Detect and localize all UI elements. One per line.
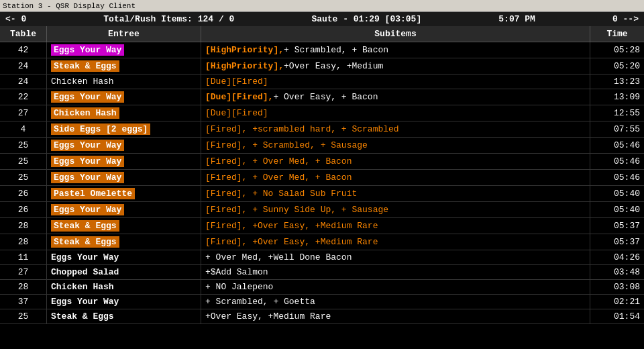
table-row[interactable]: 28Steak & Eggs[Fired], +Over Easy, +Medi… (0, 218, 644, 234)
subitems-text: + Scrambled, + Bacon (284, 45, 388, 55)
priority-bracket: [HighPriority], (205, 45, 284, 55)
due-fired-bracket: [Due][Fired], (205, 92, 273, 102)
table-row[interactable]: 27Chicken Hash[Due][Fired]12:55 (0, 105, 644, 121)
table-row[interactable]: 26Eggs Your Way[Fired], + Sunny Side Up,… (0, 202, 644, 218)
subitems-text: [Fired], +scrambled hard, + Scrambled (201, 121, 590, 137)
cell-entree: Eggs Your Way (47, 42, 201, 58)
entree-label: Chicken Hash (51, 77, 114, 87)
cell-entree: Side Eggs [2 eggs] (47, 121, 201, 137)
cell-entree: Eggs Your Way (47, 89, 201, 105)
entree-label: Eggs Your Way (51, 297, 119, 307)
cell-time: 05:46 (590, 138, 644, 153)
cell-entree: Steak & Eggs (47, 218, 201, 234)
table-row[interactable]: 26Pastel Omelette[Fired], + No Salad Sub… (0, 186, 644, 202)
entree-label: Steak & Eggs (51, 236, 119, 248)
cell-time: 03:48 (590, 265, 644, 279)
subitems-text: [Fired], + Over Med, + Bacon (201, 170, 590, 185)
cell-table-number: 26 (0, 202, 47, 217)
cell-entree: Eggs Your Way (47, 202, 201, 217)
cell-table-number: 25 (0, 309, 47, 323)
cell-time: 05:46 (590, 170, 644, 185)
cell-entree: Eggs Your Way (47, 170, 201, 185)
subitems-text: [Fired], + Scrambled, + Sausage (201, 138, 590, 153)
entree-label: Steak & Eggs (51, 311, 114, 321)
entree-label: Steak & Eggs (51, 60, 119, 72)
entree-label: Pastel Omelette (51, 188, 135, 199)
table-row[interactable]: 42Eggs Your Way[HighPriority], + Scrambl… (0, 42, 644, 58)
title-bar: Station 3 - QSR Display Client (0, 0, 644, 12)
entree-label: Side Eggs [2 eggs] (51, 123, 150, 135)
app-window: Station 3 - QSR Display Client <- 0 Tota… (0, 0, 644, 349)
table-row[interactable]: 25Eggs Your Way[Fired], + Over Med, + Ba… (0, 170, 644, 186)
nav-left[interactable]: <- 0 (5, 14, 26, 24)
cell-entree: Steak & Eggs (47, 58, 201, 74)
cell-table-number: 28 (0, 218, 47, 234)
col-header-table: Table (0, 26, 47, 42)
cell-time: 05:20 (590, 58, 644, 74)
cell-time: 01:54 (590, 309, 644, 323)
cell-time: 05:46 (590, 154, 644, 169)
saute-info: Saute - 01:29 [03:05] (311, 14, 421, 24)
subitems-text: +$Add Salmon (201, 265, 590, 279)
cell-time: 05:37 (590, 234, 644, 250)
current-time: 5:07 PM (498, 14, 535, 24)
table-row[interactable]: 24Chicken Hash[Due][Fired]13:23 (0, 74, 644, 89)
cell-subitems: [HighPriority], + Scrambled, + Bacon (201, 42, 590, 58)
cell-time: 13:23 (590, 74, 644, 89)
entree-label: Eggs Your Way (51, 204, 124, 215)
table-row[interactable]: 22Eggs Your Way[Due][Fired], + Over Easy… (0, 89, 644, 105)
cell-time: 03:08 (590, 280, 644, 294)
entree-label: Chicken Hash (51, 282, 114, 292)
cell-table-number: 25 (0, 138, 47, 153)
entree-label: Eggs Your Way (51, 140, 124, 151)
entree-label: Chicken Hash (51, 107, 119, 119)
entree-label: Eggs Your Way (51, 44, 124, 56)
col-header-subitems: Subitems (201, 26, 590, 42)
table-row[interactable]: 11Eggs Your Way+ Over Med, +Well Done Ba… (0, 250, 644, 265)
entree-label: Eggs Your Way (51, 91, 124, 103)
subitems-text: [Due][Fired] (201, 74, 590, 89)
table-row[interactable]: 25Eggs Your Way[Fired], + Scrambled, + S… (0, 138, 644, 154)
table-row[interactable]: 28Steak & Eggs[Fired], +Over Easy, +Medi… (0, 234, 644, 250)
column-header: Table Entree Subitems Time (0, 26, 644, 42)
cell-table-number: 4 (0, 121, 47, 137)
cell-time: 05:28 (590, 42, 644, 58)
subitems-text: + Over Easy, + Bacon (273, 92, 378, 102)
subitems-text: + Scrambled, + Goetta (201, 295, 590, 309)
entree-label: Eggs Your Way (51, 156, 124, 167)
table-row[interactable]: 25Steak & Eggs+Over Easy, +Medium Rare01… (0, 309, 644, 324)
table-row[interactable]: 27Chopped Salad+$Add Salmon03:48 (0, 265, 644, 280)
cell-table-number: 26 (0, 186, 47, 201)
cell-table-number: 42 (0, 42, 47, 58)
cell-table-number: 25 (0, 154, 47, 169)
subitems-text: +Over Easy, +Medium (284, 61, 383, 71)
col-header-time: Time (590, 26, 644, 42)
cell-time: 12:55 (590, 105, 644, 121)
table-row[interactable]: 37Eggs Your Way+ Scrambled, + Goetta02:2… (0, 295, 644, 309)
cell-entree: Steak & Eggs (47, 234, 201, 250)
cell-table-number: 11 (0, 250, 47, 264)
nav-right[interactable]: 0 --> (612, 14, 639, 24)
cell-time: 07:55 (590, 121, 644, 137)
cell-entree: Chopped Salad (47, 265, 201, 279)
entree-label: Chopped Salad (51, 267, 119, 277)
total-rush: Total/Rush Items: 124 / 0 (103, 14, 234, 24)
cell-entree: Eggs Your Way (47, 250, 201, 264)
cell-table-number: 28 (0, 234, 47, 250)
table-row[interactable]: 25Eggs Your Way[Fired], + Over Med, + Ba… (0, 154, 644, 170)
table-row[interactable]: 4Side Eggs [2 eggs][Fired], +scrambled h… (0, 121, 644, 138)
subitems-text: + Over Med, +Well Done Bacon (201, 250, 590, 264)
cell-table-number: 22 (0, 89, 47, 105)
cell-subitems: [HighPriority], +Over Easy, +Medium (201, 58, 590, 74)
cell-entree: Steak & Eggs (47, 309, 201, 323)
table-row[interactable]: 24Steak & Eggs[HighPriority], +Over Easy… (0, 58, 644, 74)
table-row[interactable]: 28Chicken Hash+ NO Jalepeno03:08 (0, 280, 644, 295)
cell-table-number: 27 (0, 265, 47, 279)
cell-table-number: 37 (0, 295, 47, 309)
cell-time: 05:40 (590, 186, 644, 201)
cell-table-number: 27 (0, 105, 47, 121)
subitems-text: [Fired], +Over Easy, +Medium Rare (201, 218, 590, 234)
cell-entree: Pastel Omelette (47, 186, 201, 201)
cell-table-number: 24 (0, 58, 47, 74)
cell-subitems: [Due][Fired], + Over Easy, + Bacon (201, 89, 590, 105)
